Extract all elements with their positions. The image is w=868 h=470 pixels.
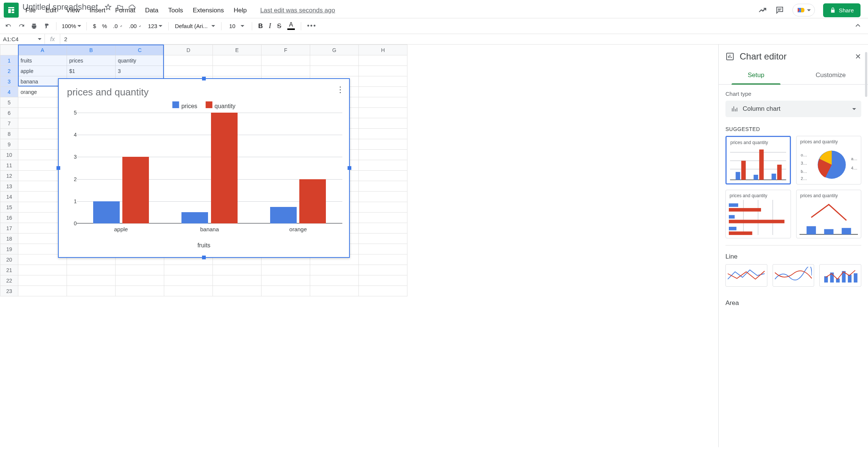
chart-type-select[interactable]: Column chart bbox=[725, 101, 861, 117]
cell-A1[interactable]: fruits bbox=[18, 55, 67, 66]
row-header-22[interactable]: 22 bbox=[0, 275, 18, 286]
col-header-B[interactable]: B bbox=[67, 45, 116, 55]
cell-H21[interactable] bbox=[359, 265, 407, 275]
print-button[interactable] bbox=[28, 21, 40, 31]
row-header-8[interactable]: 8 bbox=[0, 129, 18, 139]
menu-file[interactable]: File bbox=[25, 7, 36, 14]
cell-H4[interactable] bbox=[359, 87, 407, 97]
menu-format[interactable]: Format bbox=[115, 7, 135, 14]
row-header-2[interactable]: 2 bbox=[0, 66, 18, 76]
chart-bar[interactable] bbox=[122, 157, 149, 223]
cell-E22[interactable] bbox=[213, 275, 262, 286]
chart-bar[interactable] bbox=[270, 207, 297, 223]
row-header-23[interactable]: 23 bbox=[0, 286, 18, 296]
col-header-E[interactable]: E bbox=[213, 45, 262, 55]
cell-F22[interactable] bbox=[262, 275, 310, 286]
cell-H6[interactable] bbox=[359, 108, 407, 118]
cell-H18[interactable] bbox=[359, 234, 407, 244]
cell-D21[interactable] bbox=[164, 265, 213, 275]
cell-H22[interactable] bbox=[359, 275, 407, 286]
cell-H7[interactable] bbox=[359, 118, 407, 129]
resize-handle[interactable] bbox=[56, 166, 60, 170]
chart-bar[interactable] bbox=[181, 212, 208, 223]
cell-G1[interactable] bbox=[310, 55, 359, 66]
cell-D1[interactable] bbox=[164, 55, 213, 66]
cell-B22[interactable] bbox=[67, 275, 116, 286]
row-header-1[interactable]: 1 bbox=[0, 55, 18, 66]
redo-button[interactable] bbox=[16, 21, 27, 31]
font-size-select[interactable]: 10 bbox=[225, 23, 248, 29]
cell-H14[interactable] bbox=[359, 192, 407, 202]
cell-C23[interactable] bbox=[116, 286, 164, 296]
menu-insert[interactable]: Insert bbox=[89, 7, 106, 14]
cell-A22[interactable] bbox=[18, 275, 67, 286]
chart-title[interactable]: prices and quantity bbox=[67, 86, 149, 98]
cell-H10[interactable] bbox=[359, 150, 407, 160]
formula-bar[interactable]: 2 bbox=[60, 36, 71, 42]
cell-G21[interactable] bbox=[310, 265, 359, 275]
cell-F21[interactable] bbox=[262, 265, 310, 275]
cell-E2[interactable] bbox=[213, 66, 262, 76]
cell-A2[interactable]: apple bbox=[18, 66, 67, 76]
comments-icon[interactable] bbox=[775, 6, 784, 15]
cell-H15[interactable] bbox=[359, 202, 407, 213]
app-icon[interactable] bbox=[4, 3, 19, 18]
menu-edit[interactable]: Edit bbox=[45, 7, 56, 14]
cell-B1[interactable]: prices bbox=[67, 55, 116, 66]
col-header-H[interactable]: H bbox=[359, 45, 407, 55]
suggested-bar-chart[interactable]: prices and quantity bbox=[725, 190, 791, 238]
cell-H17[interactable] bbox=[359, 223, 407, 234]
collapse-toolbar-button[interactable] bbox=[854, 21, 865, 31]
cell-C21[interactable] bbox=[116, 265, 164, 275]
row-header-7[interactable]: 7 bbox=[0, 118, 18, 129]
row-header-13[interactable]: 13 bbox=[0, 181, 18, 192]
trend-icon[interactable] bbox=[758, 6, 767, 15]
row-header-15[interactable]: 15 bbox=[0, 202, 18, 213]
chart-menu-button[interactable]: ⋯ bbox=[336, 86, 345, 93]
menu-extensions[interactable]: Extensions bbox=[193, 7, 224, 14]
row-header-17[interactable]: 17 bbox=[0, 223, 18, 234]
cell-H1[interactable] bbox=[359, 55, 407, 66]
dec-increase-button[interactable]: .00 bbox=[127, 21, 144, 31]
row-header-19[interactable]: 19 bbox=[0, 244, 18, 254]
cell-H19[interactable] bbox=[359, 244, 407, 254]
row-header-6[interactable]: 6 bbox=[0, 108, 18, 118]
suggested-combo-chart[interactable]: prices and quantity bbox=[796, 190, 862, 238]
row-header-21[interactable]: 21 bbox=[0, 265, 18, 275]
cell-C1[interactable]: quantity bbox=[116, 55, 164, 66]
menu-tools[interactable]: Tools bbox=[168, 7, 183, 14]
cell-H8[interactable] bbox=[359, 129, 407, 139]
cell-B2[interactable]: $1 bbox=[67, 66, 116, 76]
row-header-10[interactable]: 10 bbox=[0, 150, 18, 160]
row-header-5[interactable]: 5 bbox=[0, 97, 18, 108]
cell-E23[interactable] bbox=[213, 286, 262, 296]
row-header-11[interactable]: 11 bbox=[0, 160, 18, 171]
menu-data[interactable]: Data bbox=[145, 7, 159, 14]
percent-button[interactable]: % bbox=[100, 21, 109, 31]
paint-format-button[interactable] bbox=[41, 21, 52, 31]
more-tools-button[interactable]: ••• bbox=[305, 21, 319, 31]
col-header-F[interactable]: F bbox=[262, 45, 310, 55]
cell-D2[interactable] bbox=[164, 66, 213, 76]
cell-G2[interactable] bbox=[310, 66, 359, 76]
row-header-14[interactable]: 14 bbox=[0, 192, 18, 202]
zoom-select[interactable]: 100% bbox=[60, 23, 83, 29]
strike-button[interactable]: S bbox=[275, 21, 283, 31]
italic-button[interactable]: I bbox=[266, 21, 273, 31]
cell-F2[interactable] bbox=[262, 66, 310, 76]
dec-decrease-button[interactable]: .0 bbox=[111, 21, 125, 31]
cell-H20[interactable] bbox=[359, 254, 407, 265]
cell-H5[interactable] bbox=[359, 97, 407, 108]
cell-H13[interactable] bbox=[359, 181, 407, 192]
tab-customize[interactable]: Customize bbox=[794, 66, 868, 84]
cell-A21[interactable] bbox=[18, 265, 67, 275]
close-panel-button[interactable]: ✕ bbox=[855, 52, 861, 61]
name-box[interactable]: A1:C4 bbox=[0, 34, 45, 44]
tab-setup[interactable]: Setup bbox=[719, 66, 794, 84]
cell-E1[interactable] bbox=[213, 55, 262, 66]
line-chart-option-2[interactable] bbox=[773, 264, 814, 287]
cell-F1[interactable] bbox=[262, 55, 310, 66]
suggested-column-chart[interactable]: prices and quantity bbox=[725, 136, 791, 184]
cell-D23[interactable] bbox=[164, 286, 213, 296]
cell-D22[interactable] bbox=[164, 275, 213, 286]
